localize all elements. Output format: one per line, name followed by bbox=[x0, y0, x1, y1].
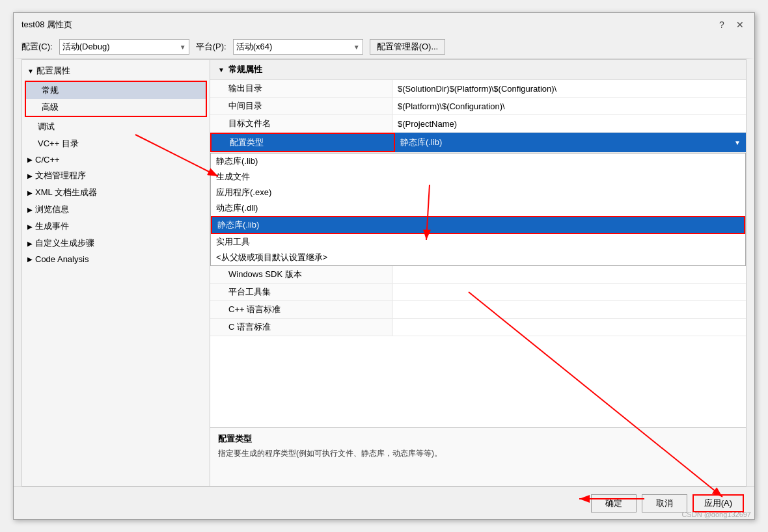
prop-section-header[interactable]: ▼ 常规属性 bbox=[210, 60, 746, 80]
watermark: CSDN @dong132697 bbox=[681, 511, 751, 518]
sidebar-item-build-events[interactable]: ▶ 生成事件 bbox=[22, 218, 210, 235]
description-panel: 配置类型 指定要生成的程序类型(例如可执行文件、静态库，动态库等等)。 bbox=[210, 427, 746, 486]
confirm-button[interactable]: 确定 bbox=[591, 494, 637, 512]
cancel-button[interactable]: 取消 bbox=[642, 494, 687, 512]
prop-name-cpp-standard: C++ 语言标准 bbox=[210, 301, 392, 318]
platform-dropdown[interactable]: 活动(x64) ▼ bbox=[233, 39, 363, 55]
sidebar-item-browser[interactable]: ▶ 浏览信息 bbox=[22, 201, 210, 218]
prop-row-intermediate-dir: 中间目录 $(Platform)\$(Configuration)\ bbox=[210, 98, 746, 115]
prop-row-cpp-standard: C++ 语言标准 bbox=[210, 301, 746, 319]
prop-value-output-dir[interactable]: $(SolutionDir)$(Platform)\$(Configuratio… bbox=[392, 80, 746, 97]
prop-value-config-type[interactable]: 静态库(.lib) ▼ bbox=[395, 133, 746, 152]
dropdown-option-static-lib-1[interactable]: 静态库(.lib) bbox=[211, 153, 745, 169]
sidebar-item-general[interactable]: 常规 bbox=[26, 82, 206, 99]
sidebar-item-vc-dirs[interactable]: VC++ 目录 bbox=[22, 135, 210, 152]
apply-button[interactable]: 应用(A) bbox=[693, 494, 744, 512]
config-dropdown-arrow: ▼ bbox=[180, 44, 186, 51]
prop-value-platform-toolset[interactable] bbox=[392, 284, 746, 300]
config-type-dropdown-list[interactable]: 静态库(.lib) 生成文件 应用程序(.exe) 动态库(.dll) 静态库(… bbox=[210, 153, 746, 266]
prop-name-config-type: 配置类型 bbox=[212, 134, 394, 151]
description-title: 配置类型 bbox=[218, 433, 738, 445]
prop-value-cpp-standard[interactable] bbox=[392, 301, 746, 318]
dropdown-option-static-lib-selected[interactable]: 静态库(.lib) bbox=[211, 216, 745, 234]
dropdown-option-makefile[interactable]: 生成文件 bbox=[211, 169, 745, 185]
prop-section-arrow: ▼ bbox=[218, 66, 225, 73]
dropdown-option-inherit[interactable]: <从父级或项目默认设置继承> bbox=[211, 250, 745, 265]
xml-expand-arrow: ▶ bbox=[27, 189, 33, 196]
prop-name-platform-toolset: 平台工具集 bbox=[210, 284, 392, 300]
title-bar: test08 属性页 ? ✕ bbox=[14, 13, 754, 35]
left-panel: ▼ 配置属性 常规 高级 调试 VC++ 目录 bbox=[21, 59, 210, 486]
right-content: ▼ 常规属性 输出目录 $(SolutionDir)$(Platform)\$(… bbox=[210, 60, 746, 427]
browser-expand-arrow: ▶ bbox=[27, 206, 33, 213]
description-text: 指定要生成的程序类型(例如可执行文件、静态库，动态库等等)。 bbox=[218, 447, 738, 459]
prop-row-config-type: 配置类型 静态库(.lib) ▼ bbox=[210, 133, 746, 153]
doc-expand-arrow: ▶ bbox=[27, 172, 33, 180]
prop-value-c-standard[interactable] bbox=[392, 319, 746, 336]
main-content: ▼ 配置属性 常规 高级 调试 VC++ 目录 bbox=[14, 59, 754, 486]
prop-row-target-name: 目标文件名 $(ProjectName) bbox=[210, 115, 746, 133]
cpp-expand-arrow: ▶ bbox=[27, 156, 33, 163]
window-title: test08 属性页 bbox=[21, 19, 72, 31]
prop-name-target-name: 目标文件名 bbox=[210, 115, 392, 132]
right-panel: ▼ 常规属性 输出目录 $(SolutionDir)$(Platform)\$(… bbox=[210, 59, 747, 486]
prop-value-intermediate-dir[interactable]: $(Platform)\$(Configuration)\ bbox=[392, 98, 746, 114]
section-expand-arrow: ▼ bbox=[27, 68, 34, 75]
prop-name-output-dir: 输出目录 bbox=[210, 80, 392, 97]
code-expand-arrow: ▶ bbox=[27, 256, 33, 263]
dropdown-option-exe[interactable]: 应用程序(.exe) bbox=[211, 185, 745, 200]
prop-row-output-dir: 输出目录 $(SolutionDir)$(Platform)\$(Configu… bbox=[210, 80, 746, 98]
sidebar-item-advanced[interactable]: 高级 bbox=[26, 99, 206, 116]
dropdown-option-utility[interactable]: 实用工具 bbox=[211, 234, 745, 250]
prop-section-label: 常规属性 bbox=[228, 64, 262, 75]
prop-name-intermediate-dir: 中间目录 bbox=[210, 98, 392, 114]
close-button[interactable]: ✕ bbox=[734, 18, 747, 31]
platform-label: 平台(P): bbox=[196, 41, 226, 53]
config-dropdown[interactable]: 活动(Debug) ▼ bbox=[59, 39, 189, 55]
bottom-bar: 确定 取消 应用(A) bbox=[14, 486, 754, 519]
section-header-label: 配置属性 bbox=[36, 65, 70, 77]
prop-row-platform-toolset: 平台工具集 bbox=[210, 284, 746, 301]
sidebar-item-code-analysis[interactable]: ▶ Code Analysis bbox=[22, 252, 210, 267]
prop-row-c-standard: C 语言标准 bbox=[210, 319, 746, 336]
config-bar: 配置(C): 活动(Debug) ▼ 平台(P): 活动(x64) ▼ 配置管理… bbox=[14, 35, 754, 59]
prop-name-windows-sdk: Windows SDK 版本 bbox=[210, 266, 392, 283]
config-manager-button[interactable]: 配置管理器(O)... bbox=[370, 39, 446, 55]
sidebar-item-custom-steps[interactable]: ▶ 自定义生成步骤 bbox=[22, 235, 210, 252]
prop-value-windows-sdk[interactable] bbox=[392, 266, 746, 283]
custom-expand-arrow: ▶ bbox=[27, 240, 33, 247]
config-properties-header[interactable]: ▼ 配置属性 bbox=[22, 62, 210, 79]
prop-value-target-name[interactable]: $(ProjectName) bbox=[392, 115, 746, 132]
sidebar-item-debug[interactable]: 调试 bbox=[22, 118, 210, 135]
config-type-dropdown-arrow: ▼ bbox=[734, 139, 741, 146]
sidebar-item-xml-gen[interactable]: ▶ XML 文档生成器 bbox=[22, 184, 210, 201]
build-expand-arrow: ▶ bbox=[27, 223, 33, 230]
prop-name-c-standard: C 语言标准 bbox=[210, 319, 392, 336]
platform-value: 活动(x64) bbox=[236, 41, 273, 53]
dropdown-option-dll[interactable]: 动态库(.dll) bbox=[211, 200, 745, 216]
help-button[interactable]: ? bbox=[715, 18, 728, 31]
sidebar-item-cpp[interactable]: ▶ C/C++ bbox=[22, 152, 210, 167]
config-value: 活动(Debug) bbox=[62, 41, 110, 53]
platform-dropdown-arrow: ▼ bbox=[353, 44, 360, 51]
sidebar-item-doc-manager[interactable]: ▶ 文档管理程序 bbox=[22, 167, 210, 184]
prop-row-windows-sdk: Windows SDK 版本 bbox=[210, 266, 746, 284]
config-label: 配置(C): bbox=[21, 41, 53, 53]
